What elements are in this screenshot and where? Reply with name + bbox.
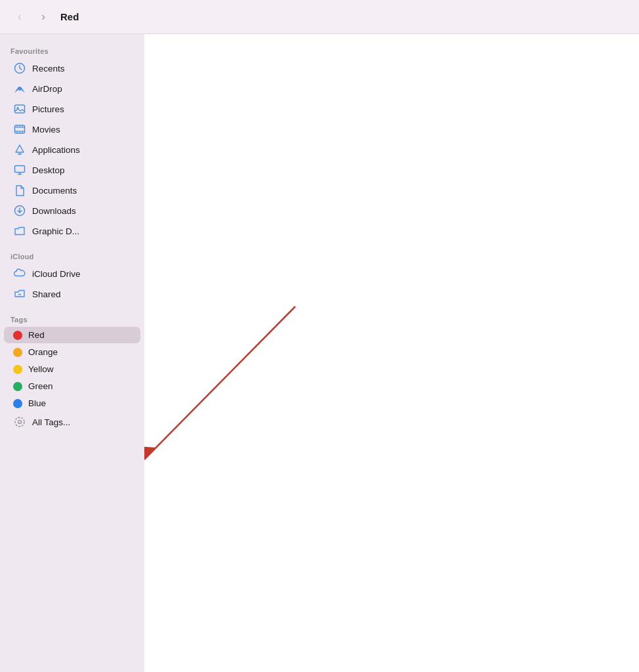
sidebar-item-applications[interactable]: Applications [4,140,140,159]
favourites-header: Favourites [0,42,144,58]
icloud-icon [13,267,26,280]
tags-header: Tags [0,310,144,326]
sidebar-item-tag-yellow[interactable]: Yellow [4,361,140,377]
folder-icon [13,224,26,238]
page-title: Red [60,11,79,22]
sidebar-item-all-tags[interactable]: All Tags... [4,412,140,432]
icloud-header: iCloud [0,247,144,263]
all-tags-icon [13,415,26,429]
svg-marker-13 [16,145,24,152]
sidebar-item-label: Downloads [32,206,76,216]
sidebar-item-icloud-drive[interactable]: iCloud Drive [4,264,140,284]
sidebar-item-label: AirDrop [32,84,62,94]
svg-rect-2 [15,105,25,113]
sidebar-item-label: Movies [32,125,60,135]
sidebar-item-label: Graphic D... [32,226,79,236]
documents-icon [13,184,26,197]
sidebar-item-label: Recents [32,64,65,74]
pictures-icon [13,102,26,116]
sidebar-item-label: Shared [32,289,61,299]
sidebar-item-desktop[interactable]: Desktop [4,160,140,180]
sidebar-item-label: Pictures [32,104,64,114]
svg-rect-16 [15,166,25,173]
sidebar-item-documents[interactable]: Documents [4,180,140,200]
svg-point-21 [19,294,20,295]
sidebar: Favourites Recents AirDrop [0,34,144,672]
sidebar-item-airdrop[interactable]: AirDrop [4,79,140,98]
yellow-dot [13,365,22,374]
titlebar: ‹ › Red [0,0,639,34]
main-layout: Favourites Recents AirDrop [0,34,639,672]
recents-icon [13,62,26,75]
sidebar-item-tag-green[interactable]: Green [4,378,140,394]
sidebar-item-shared[interactable]: Shared [4,284,140,304]
svg-point-22 [15,417,24,427]
sidebar-item-label: Orange [28,347,58,357]
green-dot [13,382,22,391]
sidebar-item-label: All Tags... [32,417,70,427]
annotation-arrow [144,34,639,672]
sidebar-item-label: Documents [32,186,77,196]
svg-line-24 [144,306,295,459]
blue-dot [13,399,22,408]
sidebar-item-label: iCloud Drive [32,269,81,279]
downloads-icon [13,204,26,217]
sidebar-item-tag-orange[interactable]: Orange [4,344,140,360]
shared-folder-icon [13,287,26,301]
sidebar-item-label: Blue [28,398,46,408]
sidebar-item-label: Green [28,381,53,391]
content-area [144,34,639,672]
sidebar-item-downloads[interactable]: Downloads [4,201,140,220]
forward-button[interactable]: › [34,8,52,26]
sidebar-item-graphic-d[interactable]: Graphic D... [4,221,140,241]
sidebar-item-label: Red [28,330,45,340]
red-dot [13,331,22,340]
sidebar-item-label: Yellow [28,364,54,374]
sidebar-item-pictures[interactable]: Pictures [4,99,140,119]
orange-dot [13,348,22,357]
back-button[interactable]: ‹ [10,8,29,26]
svg-marker-25 [144,446,156,459]
airdrop-icon [13,82,26,95]
desktop-icon [13,163,26,177]
sidebar-item-recents[interactable]: Recents [4,58,140,78]
svg-point-23 [18,421,22,424]
sidebar-item-tag-blue[interactable]: Blue [4,395,140,411]
sidebar-item-label: Desktop [32,165,65,175]
sidebar-item-tag-red[interactable]: Red [4,327,140,343]
sidebar-item-label: Applications [32,145,80,155]
applications-icon [13,143,26,156]
movies-icon [13,123,26,136]
sidebar-item-movies[interactable]: Movies [4,119,140,139]
